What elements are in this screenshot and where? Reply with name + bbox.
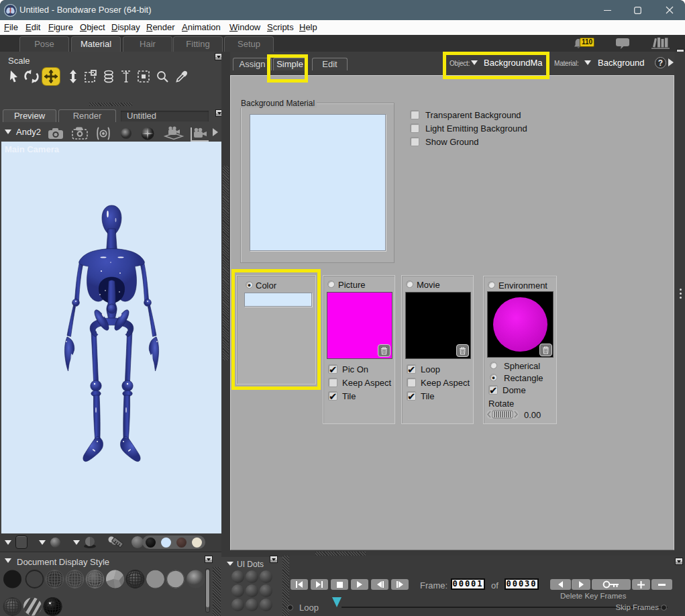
ui-dot-7[interactable] (231, 599, 244, 611)
ui-dot-3[interactable] (260, 570, 272, 583)
ui-dot-1[interactable] (231, 570, 244, 583)
stop-button[interactable] (331, 579, 348, 590)
ground-shadow-dropdown-icon[interactable] (73, 540, 80, 545)
tool-zoom[interactable] (154, 68, 171, 85)
environment-radio[interactable] (488, 281, 495, 289)
menu-animation[interactable]: Animation (182, 22, 221, 32)
document-name-field[interactable]: Untitled (121, 111, 209, 121)
picture-radio[interactable] (327, 280, 335, 288)
tool-select-arrow[interactable] (5, 68, 23, 85)
dome-checkbox[interactable]: ✔ (488, 385, 498, 395)
tool-translate-y[interactable] (64, 68, 82, 85)
picture-keep-aspect-checkbox[interactable] (328, 378, 337, 387)
tab-edit[interactable]: Edit (312, 58, 348, 70)
add-key-button[interactable] (632, 579, 650, 590)
movie-keep-aspect-checkbox[interactable] (407, 378, 416, 387)
ui-dots-menu-button[interactable] (270, 556, 278, 563)
movie-tile-checkbox[interactable]: ✔ (407, 391, 416, 401)
camera-row-expand-icon[interactable] (213, 128, 218, 136)
palette-drag-handle[interactable] (89, 103, 132, 106)
show-ground-checkbox[interactable] (410, 137, 419, 146)
menu-object[interactable]: Object (80, 22, 105, 32)
timeline-playhead[interactable] (332, 597, 341, 607)
tool-taper[interactable] (117, 68, 135, 85)
depth-cue-dropdown-icon[interactable] (5, 540, 11, 545)
menu-figure[interactable]: Figure (48, 22, 73, 32)
swatch-brown[interactable] (176, 537, 187, 548)
swatch-black[interactable] (146, 537, 156, 548)
vertical-splitter[interactable] (221, 52, 230, 550)
movie-radio[interactable] (406, 280, 413, 288)
chat-icon[interactable] (615, 37, 630, 50)
tool-rotate[interactable] (23, 68, 40, 85)
display-style-drag-handle[interactable] (213, 567, 221, 616)
tracking-icon[interactable] (106, 535, 123, 553)
menu-scripts[interactable]: Scripts (267, 22, 294, 32)
step-forward-button[interactable] (391, 579, 409, 590)
swatch-cream[interactable] (192, 537, 202, 548)
menu-display[interactable]: Display (111, 22, 140, 32)
ground-shadow-icon[interactable] (83, 536, 97, 552)
prev-key-button[interactable] (550, 579, 571, 590)
shadow-dropdown-icon[interactable] (39, 540, 46, 545)
rotate-slider[interactable] (486, 410, 519, 419)
edit-key-button[interactable] (592, 579, 631, 590)
rectangle-radio[interactable]: ● (490, 374, 497, 381)
ui-dot-4[interactable] (231, 584, 244, 597)
help-icon[interactable]: ? (655, 57, 666, 68)
play-button[interactable] (351, 579, 368, 590)
swatch-light-blue[interactable] (161, 537, 171, 548)
loop-toggle[interactable] (287, 605, 293, 611)
notification-bell-icon[interactable]: 110 (574, 37, 592, 50)
animation-menu-button[interactable] (675, 558, 683, 565)
ui-dot-8[interactable] (246, 599, 258, 611)
menu-help[interactable]: Help (299, 22, 317, 32)
menu-window[interactable]: Window (229, 22, 260, 32)
shadow-ball-icon[interactable] (50, 537, 60, 548)
material-selector-value[interactable]: Background (598, 58, 644, 68)
tool-translate[interactable] (42, 68, 60, 85)
ui-dots-collapse-icon[interactable] (227, 562, 233, 566)
transparent-background-checkbox[interactable] (410, 110, 419, 119)
tool-select-box[interactable] (135, 68, 152, 85)
picture-trash-icon[interactable] (378, 344, 390, 357)
tab-pose[interactable]: Pose (19, 36, 69, 52)
next-key-button[interactable] (572, 579, 590, 590)
loop-checkbox[interactable]: ✔ (407, 364, 416, 374)
first-frame-button[interactable] (291, 579, 308, 590)
current-frame-field[interactable]: 00001 (451, 578, 485, 590)
tool-color-picker[interactable] (173, 68, 191, 85)
tab-render[interactable]: Render (58, 109, 116, 122)
maximize-button[interactable] (623, 0, 652, 20)
skip-frames-toggle[interactable] (661, 605, 667, 611)
menu-file[interactable]: File (4, 22, 18, 32)
viewport[interactable]: Main Camera (1, 142, 221, 533)
tab-setup[interactable]: Setup (224, 36, 274, 52)
menu-render[interactable]: Render (146, 22, 175, 32)
environment-trash-icon[interactable] (539, 344, 552, 356)
ui-dot-6[interactable] (260, 584, 272, 597)
last-frame-button[interactable] (311, 579, 328, 590)
display-style-scrollbar[interactable] (205, 568, 210, 613)
tool-twist[interactable] (100, 68, 117, 85)
step-back-button[interactable] (371, 579, 388, 590)
minimize-button[interactable] (592, 0, 622, 20)
remove-key-button[interactable] (651, 579, 672, 590)
figure-andy[interactable] (1, 142, 221, 533)
total-frames-field[interactable]: 00030 (505, 578, 539, 590)
pic-on-checkbox[interactable]: ✔ (328, 364, 337, 374)
spherical-radio[interactable] (490, 362, 497, 369)
tool-scale[interactable] (82, 68, 99, 85)
ui-dot-5[interactable] (246, 584, 258, 597)
menu-edit[interactable]: Edit (25, 22, 40, 32)
movie-trash-icon[interactable] (456, 344, 469, 357)
camera-name[interactable]: Andy2 (16, 127, 41, 137)
material-dropdown-icon[interactable] (584, 60, 591, 65)
camera-dropdown-icon[interactable] (5, 130, 11, 134)
tab-preview[interactable]: Preview (3, 109, 56, 122)
ui-dot-2[interactable] (246, 570, 258, 583)
tab-material[interactable]: Material (71, 36, 121, 52)
library-icon[interactable] (651, 37, 671, 50)
tab-fitting[interactable]: Fitting (173, 36, 223, 52)
right-strip-grip-icon[interactable] (680, 289, 682, 291)
